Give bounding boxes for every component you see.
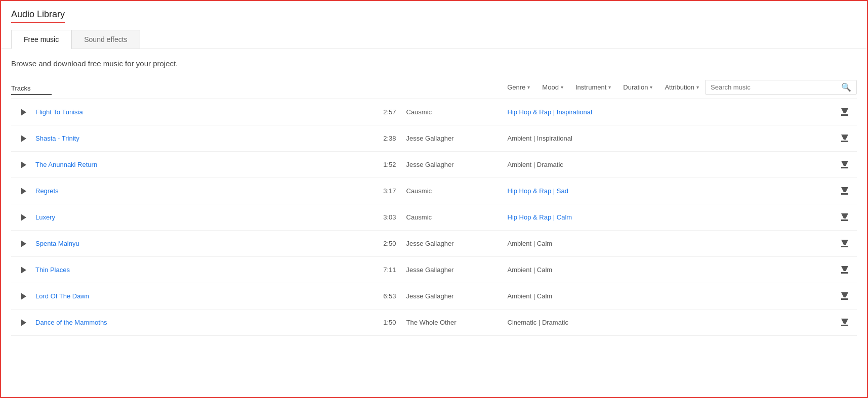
download-icon <box>841 240 848 247</box>
table-row[interactable]: Dance of the Mammoths 1:50 The Whole Oth… <box>11 309 857 336</box>
page-subtitle: Browse and download free music for your … <box>11 59 857 68</box>
instrument-chevron-icon: ▾ <box>608 84 611 90</box>
track-genre: Ambient | Dramatic <box>508 161 833 168</box>
download-button[interactable] <box>833 108 857 116</box>
download-button[interactable] <box>833 240 857 247</box>
track-name: Spenta Mainyu <box>35 240 366 247</box>
track-artist: Jesse Gallagher <box>406 292 508 300</box>
download-icon <box>841 161 848 168</box>
play-button[interactable] <box>11 161 35 168</box>
mood-filter[interactable]: Mood ▾ <box>536 81 569 93</box>
search-box: 🔍 <box>705 80 857 95</box>
track-genre: Ambient | Calm <box>508 292 833 300</box>
track-duration: 3:03 <box>366 213 406 221</box>
play-icon <box>21 267 26 274</box>
play-icon <box>21 135 26 142</box>
download-button[interactable] <box>833 187 857 195</box>
track-name: Dance of the Mammoths <box>35 319 366 326</box>
table-row[interactable]: Lord Of The Dawn 6:53 Jesse Gallagher Am… <box>11 283 857 309</box>
main-content: Browse and download free music for your … <box>1 49 867 336</box>
download-icon <box>841 319 848 326</box>
track-genre: Ambient | Inspirational <box>508 135 833 142</box>
track-artist: Jesse Gallagher <box>406 161 508 168</box>
track-genre: Hip Hop & Rap | Sad <box>508 187 833 195</box>
play-icon <box>21 319 26 326</box>
attribution-filter[interactable]: Attribution ▾ <box>658 81 705 93</box>
tracks-table-area: Flight To Tunisia 2:57 Causmic Hip Hop &… <box>11 99 857 336</box>
tracks-list: Flight To Tunisia 2:57 Causmic Hip Hop &… <box>11 99 857 336</box>
track-duration: 2:38 <box>366 135 406 142</box>
track-genre: Ambient | Calm <box>508 240 833 247</box>
track-name: Flight To Tunisia <box>35 108 366 116</box>
duration-chevron-icon: ▾ <box>650 84 652 90</box>
track-artist: Causmic <box>406 187 508 195</box>
table-row[interactable]: Regrets 3:17 Causmic Hip Hop & Rap | Sad <box>11 178 857 204</box>
download-button[interactable] <box>833 161 857 168</box>
table-row[interactable]: Spenta Mainyu 2:50 Jesse Gallagher Ambie… <box>11 231 857 257</box>
search-input[interactable] <box>711 83 841 91</box>
instrument-filter[interactable]: Instrument ▾ <box>569 81 617 93</box>
play-icon <box>21 109 26 116</box>
tracks-scroll[interactable]: Flight To Tunisia 2:57 Causmic Hip Hop &… <box>11 99 857 336</box>
download-icon <box>841 187 848 195</box>
play-icon <box>21 188 26 195</box>
download-button[interactable] <box>833 266 857 274</box>
tab-sound-effects[interactable]: Sound effects <box>71 30 140 49</box>
play-icon <box>21 240 26 247</box>
play-button[interactable] <box>11 135 35 142</box>
table-row[interactable]: Luxery 3:03 Causmic Hip Hop & Rap | Calm <box>11 204 857 231</box>
play-button[interactable] <box>11 188 35 195</box>
track-artist: Jesse Gallagher <box>406 240 508 247</box>
track-genre: Ambient | Calm <box>508 266 833 274</box>
track-artist: The Whole Other <box>406 319 508 326</box>
table-row[interactable]: Thin Places 7:11 Jesse Gallagher Ambient… <box>11 257 857 283</box>
duration-filter[interactable]: Duration ▾ <box>617 81 658 93</box>
track-name: Lord Of The Dawn <box>35 292 366 300</box>
tab-free-music[interactable]: Free music <box>11 30 71 49</box>
track-name: Thin Places <box>35 266 366 274</box>
play-button[interactable] <box>11 214 35 221</box>
track-name: Luxery <box>35 213 366 221</box>
play-button[interactable] <box>11 293 35 300</box>
header: Audio Library Free music Sound effects <box>1 1 867 49</box>
track-genre: Cinematic | Dramatic <box>508 319 833 326</box>
track-duration: 1:50 <box>366 319 406 326</box>
track-name: Shasta - Trinity <box>35 135 366 142</box>
download-button[interactable] <box>833 292 857 300</box>
track-duration: 1:52 <box>366 161 406 168</box>
track-duration: 6:53 <box>366 292 406 300</box>
table-row[interactable]: The Anunnaki Return 1:52 Jesse Gallagher… <box>11 152 857 178</box>
play-button[interactable] <box>11 267 35 274</box>
play-button[interactable] <box>11 109 35 116</box>
download-button[interactable] <box>833 213 857 221</box>
track-artist: Jesse Gallagher <box>406 135 508 142</box>
mood-chevron-icon: ▾ <box>561 84 563 90</box>
play-button[interactable] <box>11 240 35 247</box>
track-artist: Causmic <box>406 108 508 116</box>
download-button[interactable] <box>833 319 857 326</box>
track-artist: Causmic <box>406 213 508 221</box>
play-button[interactable] <box>11 319 35 326</box>
filters-row: Tracks Genre ▾ Mood ▾ Instrument ▾ Durat… <box>11 80 857 99</box>
track-name: Regrets <box>35 187 366 195</box>
track-duration: 2:50 <box>366 240 406 247</box>
track-duration: 2:57 <box>366 108 406 116</box>
track-duration: 7:11 <box>366 266 406 274</box>
app-container: Audio Library Free music Sound effects B… <box>0 0 868 398</box>
track-genre: Hip Hop & Rap | Inspirational <box>508 108 833 116</box>
download-icon <box>841 108 848 116</box>
table-row[interactable]: Flight To Tunisia 2:57 Causmic Hip Hop &… <box>11 99 857 125</box>
table-row[interactable]: Shasta - Trinity 2:38 Jesse Gallagher Am… <box>11 125 857 152</box>
download-icon <box>841 292 848 300</box>
download-icon <box>841 213 848 221</box>
search-icon: 🔍 <box>841 82 851 92</box>
tracks-label: Tracks <box>11 84 52 95</box>
track-artist: Jesse Gallagher <box>406 266 508 274</box>
tabs: Free music Sound effects <box>11 30 857 49</box>
genre-filter[interactable]: Genre ▾ <box>501 81 536 93</box>
track-name: The Anunnaki Return <box>35 161 366 168</box>
track-genre: Hip Hop & Rap | Calm <box>508 213 833 221</box>
play-icon <box>21 214 26 221</box>
download-button[interactable] <box>833 135 857 142</box>
attribution-chevron-icon: ▾ <box>696 84 699 90</box>
